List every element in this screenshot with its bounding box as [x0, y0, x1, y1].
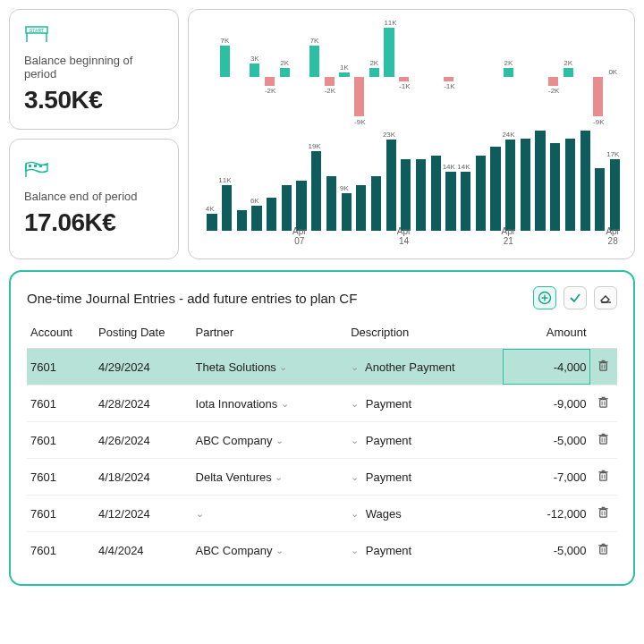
col-partner[interactable]: Partner — [192, 320, 348, 349]
delta-bar: 2K — [502, 17, 516, 125]
col-posting-date[interactable]: Posting Date — [95, 320, 192, 349]
cell-date[interactable]: 4/29/2024 — [95, 349, 192, 386]
chevron-down-icon: ⌄ — [351, 545, 359, 556]
cell-amount[interactable]: -9,000 — [503, 386, 590, 422]
cell-partner[interactable]: ABC Company ⌄ — [192, 532, 348, 569]
delta-bar: 1K — [337, 17, 352, 125]
x-tick: Apr 07 — [292, 226, 307, 246]
cell-description[interactable]: ⌄ Payment — [347, 422, 503, 459]
x-tick: Apr 28 — [606, 226, 620, 246]
chevron-down-icon: ⌄ — [351, 508, 359, 520]
chevron-down-icon: ⌄ — [279, 361, 287, 373]
chevron-down-icon: ⌄ — [275, 435, 284, 446]
balance-bar — [292, 131, 307, 231]
table-row[interactable]: 76014/28/2024Iota Innovations ⌄⌄ Payment… — [27, 386, 617, 422]
delta-bar: 2K — [368, 17, 382, 125]
delta-bar — [412, 17, 427, 125]
delete-row-button[interactable] — [590, 459, 617, 496]
delta-bar — [457, 17, 471, 125]
delta-bar — [487, 17, 501, 125]
erase-button[interactable] — [594, 286, 617, 309]
cell-partner[interactable]: ABC Company ⌄ — [192, 422, 348, 459]
cell-account[interactable]: 7601 — [27, 532, 95, 569]
cell-amount[interactable]: -4,000 — [503, 349, 590, 386]
cell-description[interactable]: ⌄ Payment — [347, 532, 503, 569]
col-amount[interactable]: Amount — [503, 320, 590, 349]
cell-date[interactable]: 4/12/2024 — [95, 496, 192, 532]
cell-partner[interactable]: ⌄ — [192, 496, 348, 532]
delete-row-button[interactable] — [590, 496, 617, 532]
cell-description[interactable]: ⌄ Payment — [347, 386, 503, 422]
balance-bar: 23K — [382, 131, 396, 231]
balance-bar: 9K — [337, 131, 352, 231]
cell-date[interactable]: 4/26/2024 — [95, 422, 192, 459]
start-flag-icon: START — [24, 25, 164, 47]
table-row[interactable]: 76014/4/2024ABC Company ⌄⌄ Payment-5,000 — [27, 532, 617, 569]
balance-bar: 24K — [502, 131, 516, 231]
journal-title: One-time Journal Entries - add future en… — [27, 291, 357, 306]
cell-account[interactable]: 7601 — [27, 386, 95, 422]
cell-partner[interactable]: Theta Solutions ⌄ — [192, 349, 348, 386]
svg-text:START: START — [30, 28, 44, 33]
balance-bar — [277, 131, 292, 231]
balance-bar — [591, 131, 606, 231]
delete-row-button[interactable] — [590, 422, 617, 459]
table-row[interactable]: 76014/26/2024ABC Company ⌄⌄ Payment-5,00… — [27, 422, 617, 459]
cell-amount[interactable]: -5,000 — [503, 532, 590, 569]
delta-bar: 7K — [308, 17, 322, 125]
cell-partner[interactable]: Iota Innovations ⌄ — [192, 386, 348, 422]
cell-account[interactable]: 7601 — [27, 459, 95, 496]
cashflow-chart: 7K3K-2K2K7K-2K1K-9K2K11K-1K-1K2K-2K2K-9K… — [188, 9, 635, 259]
svg-rect-31 — [600, 510, 607, 517]
confirm-button[interactable] — [564, 286, 587, 309]
delta-bar — [531, 17, 546, 125]
cell-amount[interactable]: -12,000 — [503, 496, 590, 532]
svg-rect-6 — [39, 165, 42, 167]
cell-account[interactable]: 7601 — [27, 349, 95, 386]
col-description[interactable]: Description — [347, 320, 503, 349]
delete-row-button[interactable] — [590, 349, 617, 386]
cell-date[interactable]: 4/4/2024 — [95, 532, 192, 569]
table-row[interactable]: 76014/18/2024Delta Ventures ⌄⌄ Payment-7… — [27, 459, 617, 496]
balance-bar — [471, 131, 486, 231]
cell-description[interactable]: ⌄ Wages — [347, 496, 503, 532]
finish-flag-icon — [24, 161, 164, 182]
balance-bar — [427, 131, 441, 231]
kpi-balance-end: Balance end of period 17.06K€ — [9, 139, 179, 259]
delta-bar: -2K — [263, 17, 277, 125]
delta-bar: -9K — [591, 17, 606, 125]
kpi-balance-begin: START Balance beginning of period 3.50K€ — [9, 9, 179, 130]
delta-bar: -9K — [352, 17, 367, 125]
col-account[interactable]: Account — [27, 320, 95, 349]
delta-bar — [471, 17, 486, 125]
cell-amount[interactable]: -5,000 — [503, 422, 590, 459]
balance-bar: 6K — [248, 131, 262, 231]
balance-bar — [233, 131, 247, 231]
balance-bar: 11K — [218, 131, 233, 231]
balance-bar — [397, 131, 411, 231]
delete-row-button[interactable] — [590, 532, 617, 569]
cell-date[interactable]: 4/28/2024 — [95, 386, 192, 422]
delete-row-button[interactable] — [590, 386, 617, 422]
add-entry-button[interactable] — [533, 286, 556, 309]
cell-date[interactable]: 4/18/2024 — [95, 459, 192, 496]
delta-bar: -1K — [442, 17, 456, 125]
cell-description[interactable]: ⌄ Another Payment — [347, 349, 503, 386]
svg-rect-16 — [600, 400, 607, 407]
cell-amount[interactable]: -7,000 — [503, 459, 590, 496]
cell-account[interactable]: 7601 — [27, 422, 95, 459]
table-row[interactable]: 76014/29/2024Theta Solutions ⌄⌄ Another … — [27, 349, 617, 386]
journal-table: Account Posting Date Partner Description… — [27, 320, 617, 568]
balance-bar — [352, 131, 367, 231]
cell-partner[interactable]: Delta Ventures ⌄ — [192, 459, 348, 496]
delta-bar: 2K — [562, 17, 576, 125]
delta-bar — [203, 17, 217, 125]
cell-description[interactable]: ⌄ Payment — [347, 459, 503, 496]
cell-account[interactable]: 7601 — [27, 496, 95, 532]
table-row[interactable]: 76014/12/2024 ⌄⌄ Wages-12,000 — [27, 496, 617, 532]
chevron-down-icon: ⌄ — [351, 471, 359, 483]
chevron-down-icon: ⌄ — [351, 361, 359, 373]
chevron-down-icon: ⌄ — [351, 435, 359, 446]
delta-bar — [233, 17, 247, 125]
delta-bar: 2K — [277, 17, 292, 125]
